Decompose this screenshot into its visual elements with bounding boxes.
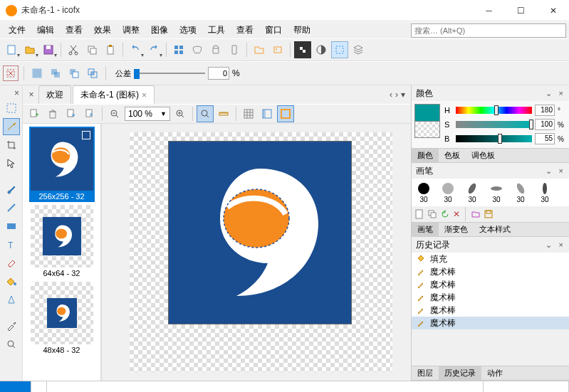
tool-crop[interactable] <box>3 137 20 154</box>
brush-open-icon[interactable] <box>471 209 481 219</box>
bri-slider[interactable] <box>456 135 532 142</box>
phone-icon[interactable] <box>226 41 243 58</box>
apple-icon[interactable] <box>189 41 206 58</box>
brush-preset[interactable]: 30 <box>510 181 531 203</box>
sizes-scroll[interactable] <box>101 124 111 381</box>
brush-save-icon[interactable] <box>484 209 494 219</box>
size-thumb-256[interactable]: 256x256 - 32 <box>29 128 95 202</box>
subtab-swatches[interactable]: 色板 <box>439 149 466 162</box>
menu-image[interactable]: 图像 <box>145 23 174 38</box>
zoom-in-button[interactable] <box>172 105 189 122</box>
brush-preset[interactable]: 30 <box>413 181 434 203</box>
menu-file[interactable]: 文件 <box>3 23 31 38</box>
size-thumb-64[interactable]: 64x64 - 32 <box>29 205 95 279</box>
brush-preset[interactable]: 30 <box>437 181 459 203</box>
checker-toggle-button[interactable] <box>294 41 311 58</box>
subtab-brush[interactable]: 画笔 <box>412 223 439 236</box>
tool-sharpen[interactable] <box>3 292 20 309</box>
brush-delete-icon[interactable]: ✕ <box>453 209 460 219</box>
tab-document[interactable]: 未命名-1 (图标)× <box>73 85 155 104</box>
android-icon[interactable] <box>207 41 224 58</box>
menu-effect[interactable]: 效果 <box>88 23 117 38</box>
menu-view[interactable]: 查看 <box>60 23 88 38</box>
subtab-history[interactable]: 历史记录 <box>439 366 481 380</box>
brush-new-icon[interactable] <box>414 209 424 219</box>
brush-reset-icon[interactable] <box>440 209 450 219</box>
panel-history-collapse-icon[interactable]: ⌄ <box>544 240 553 250</box>
tolerance-slider[interactable] <box>134 68 205 79</box>
selection-subtract-icon[interactable] <box>66 65 82 81</box>
menu-window[interactable]: 窗口 <box>259 23 288 38</box>
cut-button[interactable] <box>65 41 82 58</box>
grid-button[interactable] <box>240 105 257 122</box>
toolbox-close-icon[interactable]: × <box>14 88 22 98</box>
tab-welcome[interactable]: 欢迎 <box>38 85 71 104</box>
minimize-button[interactable]: ─ <box>473 0 505 21</box>
menu-edit[interactable]: 编辑 <box>31 23 60 38</box>
tab-prev-icon[interactable]: ‹ <box>390 90 392 100</box>
subtab-gradient[interactable]: 渐变色 <box>439 223 474 236</box>
subtab-layers[interactable]: 图层 <box>412 366 439 380</box>
tool-eyedropper[interactable] <box>3 317 20 334</box>
history-item[interactable]: 魔术棒 <box>412 265 569 278</box>
zoom-out-button[interactable] <box>106 105 123 122</box>
panel-brush-collapse-icon[interactable]: ⌄ <box>544 166 553 176</box>
zoom-select[interactable]: 100 %▼ <box>125 107 170 121</box>
zoom-tool-button[interactable] <box>197 105 214 122</box>
history-item[interactable]: 魔术棒 <box>412 304 569 317</box>
close-button[interactable]: ✕ <box>537 0 569 21</box>
tool-move[interactable] <box>3 155 20 172</box>
menu-tools[interactable]: 工具 <box>202 23 231 38</box>
export-button[interactable] <box>81 105 98 122</box>
tab-close-icon[interactable]: × <box>142 90 147 100</box>
menu-help[interactable]: 帮助 <box>288 23 316 38</box>
brush-copy-icon[interactable] <box>427 209 437 219</box>
subtab-actions[interactable]: 动作 <box>481 366 508 380</box>
tool-magic-wand[interactable] <box>3 118 20 135</box>
paste-button[interactable] <box>102 41 119 58</box>
tab-menu-icon[interactable]: ▾ <box>401 90 405 100</box>
search-input[interactable] <box>411 23 566 38</box>
sat-input[interactable]: 100 <box>535 119 555 130</box>
tool-rect-select[interactable] <box>3 100 20 117</box>
canvas-area[interactable] <box>111 124 411 381</box>
selection-add-icon[interactable] <box>48 65 63 81</box>
hue-slider[interactable] <box>456 107 532 114</box>
selection-intersect-icon[interactable] <box>85 65 100 81</box>
tool-eraser[interactable] <box>3 255 20 272</box>
add-size-button[interactable] <box>26 105 43 122</box>
ruler-button[interactable] <box>215 105 232 122</box>
import-button[interactable] <box>63 105 80 122</box>
subtab-text-style[interactable]: 文本样式 <box>474 223 516 236</box>
panel-brush-close-icon[interactable]: × <box>558 166 565 175</box>
tool-text[interactable]: T <box>3 236 20 253</box>
canvas[interactable] <box>168 141 352 324</box>
redo-button[interactable] <box>145 41 162 58</box>
panel-history-close-icon[interactable]: × <box>558 240 565 249</box>
bri-input[interactable]: 55 <box>535 133 555 144</box>
panel-color-collapse-icon[interactable]: ⌄ <box>544 89 553 98</box>
tool-line[interactable] <box>3 199 20 216</box>
windows-icon[interactable] <box>170 41 187 58</box>
history-item[interactable]: 魔术棒 <box>412 278 569 291</box>
size-thumb-48[interactable]: 48x48 - 32 <box>29 282 95 356</box>
sat-slider[interactable] <box>456 121 532 128</box>
selection-new-icon[interactable] <box>29 65 45 81</box>
menu-adjust[interactable]: 调整 <box>117 23 145 38</box>
panel-color-close-icon[interactable]: × <box>558 89 565 97</box>
tool-zoom[interactable] <box>3 336 20 353</box>
contrast-button[interactable] <box>313 41 330 58</box>
images-button[interactable] <box>269 41 286 58</box>
canvas-border-button[interactable] <box>277 105 294 122</box>
menu-options[interactable]: 选项 <box>174 23 202 38</box>
brush-preset[interactable]: 30 <box>486 181 507 203</box>
select-toggle-button[interactable] <box>331 41 348 58</box>
new-button[interactable] <box>3 41 20 58</box>
maximize-button[interactable]: ☐ <box>505 0 537 21</box>
selection-cancel-icon[interactable] <box>3 65 19 81</box>
tolerance-input[interactable] <box>208 67 229 80</box>
subtab-palette[interactable]: 调色板 <box>466 149 501 162</box>
copy-button[interactable] <box>83 41 100 58</box>
save-button[interactable] <box>40 41 57 58</box>
hue-input[interactable]: 180 <box>535 105 555 116</box>
